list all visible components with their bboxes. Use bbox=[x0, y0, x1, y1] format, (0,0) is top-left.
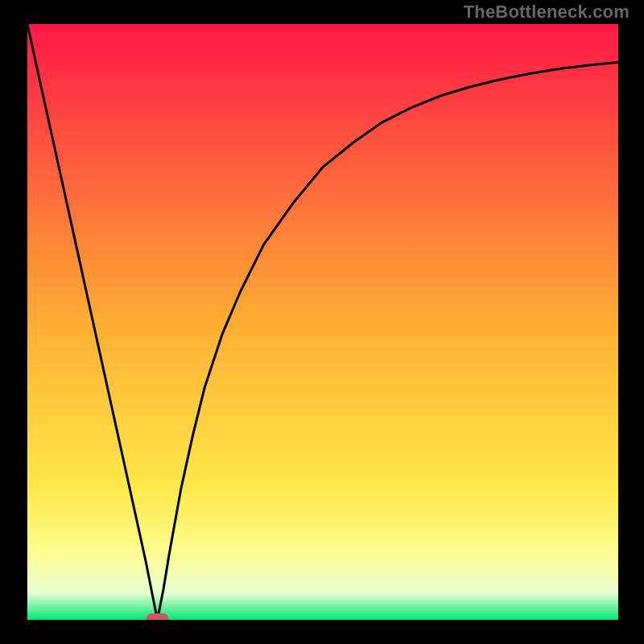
bottleneck-chart bbox=[27, 24, 618, 620]
attribution-label: TheBottleneck.com bbox=[464, 2, 630, 23]
current-marker bbox=[146, 613, 168, 620]
heatmap-background bbox=[27, 24, 618, 620]
chart-frame: TheBottleneck.com bbox=[0, 0, 644, 644]
plot-area bbox=[27, 24, 618, 620]
